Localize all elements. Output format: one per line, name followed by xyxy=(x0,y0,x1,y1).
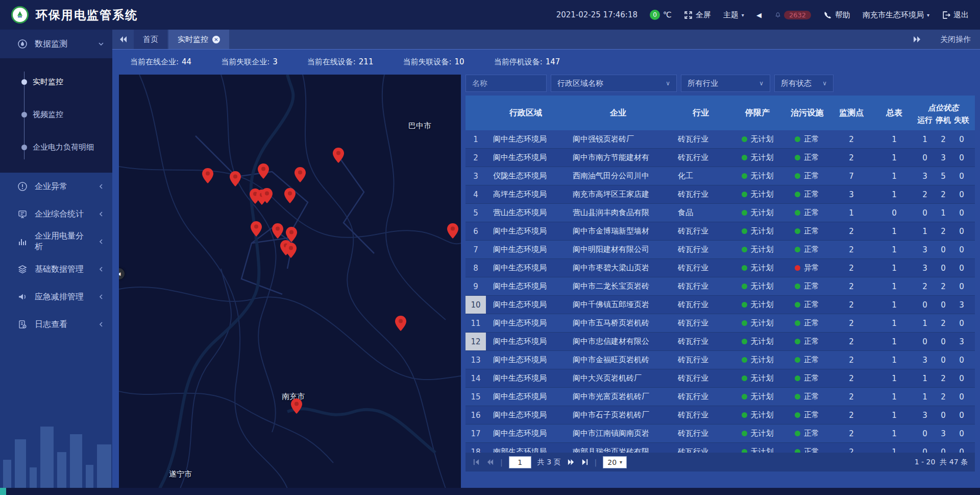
table-row[interactable]: 4高坪生态环境局南充市高坪区王家店建砖瓦行业无计划正常31220 xyxy=(465,185,975,204)
tab-实时监控[interactable]: 实时监控✕ xyxy=(168,30,229,49)
cell-stop: 0 xyxy=(934,447,952,453)
logout-button[interactable]: 退出 xyxy=(942,10,969,20)
cell-lost: 0 xyxy=(952,392,971,402)
theme-dropdown[interactable]: 主题▾ xyxy=(723,10,744,20)
table-row[interactable]: 17阆中生态环境局阆中市江南镇阆南页岩砖瓦行业无计划正常21030 xyxy=(465,425,975,443)
table-row[interactable]: 2阆中生态环境局阆中市南方节能建材有砖瓦行业无计划正常21030 xyxy=(465,149,975,167)
status-value: 10 xyxy=(455,57,464,66)
table-row[interactable]: 12阆中生态环境局阆中市忠信建材有限公砖瓦行业无计划正常21003 xyxy=(465,333,975,351)
industry-select[interactable]: 所有行业∨ xyxy=(681,75,770,92)
cell-run: 0 xyxy=(916,447,934,453)
next-page-button[interactable] xyxy=(567,458,575,466)
cell-lost: 3 xyxy=(952,300,971,310)
status-select[interactable]: 所有状态∨ xyxy=(774,75,834,92)
sidebar-subitem-企业电力负荷明细[interactable]: 企业电力负荷明细 xyxy=(0,131,112,163)
table-row[interactable]: 10阆中生态环境局阆中千佛镇五郎垭页岩砖瓦行业无计划正常21003 xyxy=(465,296,975,314)
table-row[interactable]: 7阆中生态环境局阆中明阳建材有限公司砖瓦行业无计划正常21300 xyxy=(465,241,975,259)
status-item-3: 当前失联设备:10 xyxy=(403,57,464,67)
cell-industry: 砖瓦行业 xyxy=(671,153,731,162)
sound-icon[interactable]: ◀ xyxy=(756,11,762,19)
cell-limit: 无计划 xyxy=(731,392,784,402)
table-row[interactable]: 6阆中生态环境局阆中市金博瑞新型墙材砖瓦行业无计划正常21120 xyxy=(465,222,975,241)
sidebar-item-5[interactable]: 应急减排管理 xyxy=(0,283,112,311)
table-row[interactable]: 13阆中生态环境局阆中市金福旺页岩机砖砖瓦行业无计划正常21300 xyxy=(465,351,975,369)
app-title: 环保用电监管系统 xyxy=(36,7,138,23)
table-row[interactable]: 11阆中生态环境局阆中市五马桥页岩机砖砖瓦行业无计划正常21120 xyxy=(465,314,975,333)
region-select[interactable]: 行政区域名称∨ xyxy=(551,75,677,92)
chevron-left-icon xyxy=(98,321,104,327)
map-pin[interactable] xyxy=(272,223,283,239)
table-row[interactable]: 18南部生态环境局南部县瑞华页岩砖有限砖瓦行业无计划正常21000 xyxy=(465,443,975,453)
map-panel[interactable]: 巴中市南充市遂宁市 ◀ xyxy=(119,75,461,488)
map-pin[interactable] xyxy=(230,171,241,186)
sidebar-item-3[interactable]: 企业用电量分析 xyxy=(0,228,112,255)
cell-run: 1 xyxy=(916,374,934,383)
first-page-button[interactable] xyxy=(473,458,480,466)
cell-stop: 2 xyxy=(934,135,952,144)
sidebar-item-0[interactable]: 数据监测 xyxy=(0,30,112,58)
logout-icon xyxy=(942,11,950,19)
datetime: 2021-02-25 17:46:18 xyxy=(556,10,638,19)
map-pin[interactable] xyxy=(447,223,458,239)
prev-page-button[interactable] xyxy=(486,458,494,466)
cell-facility: 正常 xyxy=(784,447,830,453)
map-pin[interactable] xyxy=(202,168,213,183)
table-row[interactable]: 9阆中生态环境局阆中市二龙长宝页岩砖砖瓦行业无计划正常21220 xyxy=(465,277,975,296)
row-index: 5 xyxy=(465,204,486,222)
sidebar-item-4[interactable]: 基础数据管理 xyxy=(0,255,112,283)
cell-limit: 无计划 xyxy=(731,337,784,346)
status-dot-green xyxy=(795,431,800,436)
tabs-scroll-right-button[interactable] xyxy=(913,36,921,43)
table-row[interactable]: 5营山生态环境局营山县润丰肉食品有限食品无计划正常10010 xyxy=(465,204,975,222)
cell-points: 2 xyxy=(830,392,873,402)
status-label: 当前停机设备: xyxy=(494,57,543,66)
page-number-input[interactable] xyxy=(509,456,531,468)
chevron-down-icon: ▾ xyxy=(927,12,929,18)
last-page-button[interactable] xyxy=(581,458,589,466)
help-button[interactable]: 帮助 xyxy=(823,10,850,20)
map-pin[interactable] xyxy=(295,167,306,182)
notifications[interactable]: 2632 xyxy=(774,11,811,19)
cell-limit: 无计划 xyxy=(731,429,784,438)
cell-industry: 砖瓦行业 xyxy=(671,429,731,438)
sidebar-subitem-实时监控[interactable]: 实时监控 xyxy=(0,65,112,98)
map-pin[interactable] xyxy=(251,221,262,237)
status-dot-green xyxy=(795,192,800,197)
status-item-1: 当前失联企业:3 xyxy=(221,57,278,67)
sidebar-item-2[interactable]: 企业综合统计 xyxy=(0,200,112,228)
map-pin[interactable] xyxy=(261,188,273,203)
map-pin[interactable] xyxy=(284,188,296,203)
page-size-select[interactable]: 20▾ xyxy=(603,456,627,468)
tab-close-icon[interactable]: ✕ xyxy=(212,36,220,43)
table-row[interactable]: 8阆中生态环境局阆中市枣碧大梁山页岩砖瓦行业无计划异常21300 xyxy=(465,259,975,277)
cell-facility: 正常 xyxy=(784,190,830,199)
tab-首页[interactable]: 首页 xyxy=(134,30,167,49)
tabs-scroll-left-button[interactable] xyxy=(119,36,128,43)
cell-points: 2 xyxy=(830,300,873,310)
sidebar-subitem-视频监控[interactable]: 视频监控 xyxy=(0,98,112,131)
cell-region: 阆中生态环境局 xyxy=(486,373,566,383)
map-pin[interactable] xyxy=(395,316,406,331)
map-pin[interactable] xyxy=(333,148,344,163)
limit-text: 无计划 xyxy=(751,134,774,144)
sidebar-item-1[interactable]: 企业异常 xyxy=(0,173,112,200)
cell-lost: 0 xyxy=(952,245,971,254)
table-row[interactable]: 3仪陇生态环境局西南油气田分公司川中化工无计划正常71350 xyxy=(465,167,975,185)
map-pin[interactable] xyxy=(285,243,297,258)
sidebar-item-label: 企业综合统计 xyxy=(35,209,84,220)
cell-stop: 2 xyxy=(934,227,952,236)
table-row[interactable]: 15阆中生态环境局阆中市光富页岩机砖厂砖瓦行业无计划正常21120 xyxy=(465,388,975,406)
sidebar-item-6[interactable]: 日志查看 xyxy=(0,311,112,338)
sidebar-submenu: 实时监控视频监控企业电力负荷明细 xyxy=(0,58,112,173)
map-pin[interactable] xyxy=(258,163,269,179)
table-row[interactable]: 14阆中生态环境局阆中大兴页岩机砖厂砖瓦行业无计划正常21120 xyxy=(465,369,975,388)
table-row[interactable]: 1阆中生态环境局阆中强锐页岩砖厂砖瓦行业无计划正常21120 xyxy=(465,130,975,149)
table-row[interactable]: 16阆中生态环境局阆中市石子页岩机砖厂砖瓦行业无计划正常21300 xyxy=(465,406,975,425)
org-dropdown[interactable]: 南充市生态环境局▾ xyxy=(863,10,929,20)
name-search-input[interactable] xyxy=(465,75,547,92)
map-pin[interactable] xyxy=(291,398,302,414)
cell-company: 阆中市金博瑞新型墙材 xyxy=(566,226,671,236)
close-operations-button[interactable]: 关闭操作 xyxy=(940,35,971,44)
status-dot-green xyxy=(795,357,800,363)
fullscreen-button[interactable]: 全屏 xyxy=(684,10,711,20)
